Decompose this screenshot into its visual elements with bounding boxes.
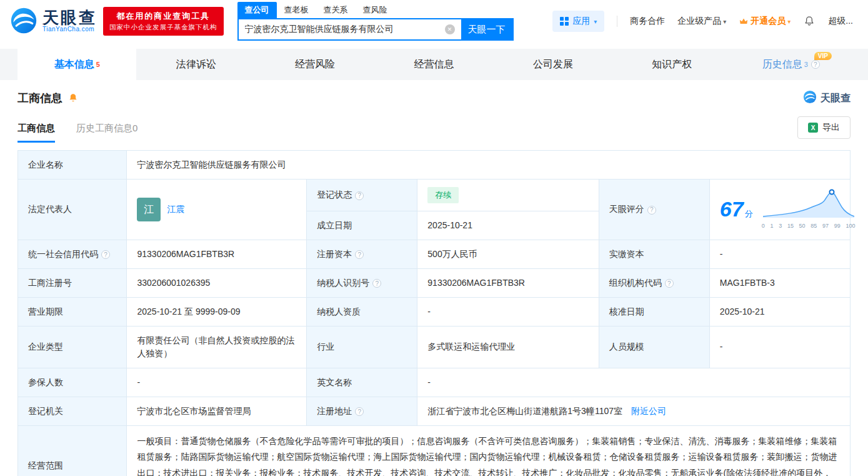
value-business-term: 2025-10-21 至 9999-09-09: [127, 297, 307, 326]
clear-search-icon[interactable]: ✕: [445, 24, 455, 34]
search-area: 查公司 查老板 查关系 查风险 ✕ 天眼一下: [237, 2, 514, 41]
value-paid-capital: -: [709, 240, 850, 268]
vip-badge: VIP: [814, 52, 832, 60]
value-reg-status: 存续: [417, 180, 599, 211]
search-tab-company[interactable]: 查公司: [237, 2, 277, 18]
help-icon[interactable]: ?: [355, 191, 364, 200]
help-icon[interactable]: ?: [101, 250, 110, 259]
score-number: 67: [720, 197, 744, 221]
value-approval-date: 2025-10-21: [709, 297, 850, 326]
row-legal-rep: 法定代表人 江 江震 登记状态? 存续 天眼评分?: [18, 180, 851, 211]
label-reg-number: 工商注册号: [18, 268, 127, 297]
label-business-term: 营业期限: [18, 297, 127, 326]
crown-icon: [739, 16, 749, 26]
tab-legal-proceedings[interactable]: 法律诉讼: [136, 49, 255, 80]
value-org-code: MAG1FBTB-3: [709, 268, 850, 297]
label-business-scope: 经营范围: [18, 425, 127, 476]
subtab-history-business-info[interactable]: 历史工商信息0: [76, 123, 137, 143]
tab-company-development[interactable]: 公司发展: [494, 49, 612, 80]
search-button[interactable]: 天眼一下: [461, 19, 512, 39]
search-tab-relation[interactable]: 查关系: [316, 2, 356, 18]
tianyancha-logo-icon: [10, 7, 37, 36]
tab-count-badge: 3: [804, 61, 808, 68]
sub-tabs: 工商信息 历史工商信息0 X 导出: [17, 116, 851, 143]
help-icon[interactable]: ?: [355, 407, 364, 416]
score-unit: 分: [745, 209, 753, 218]
value-taxpayer-quality: -: [417, 297, 599, 326]
main-content: 工商信息 天眼查 工商信息 历史工商信息0: [0, 80, 868, 476]
label-tyc-score: 天眼评分?: [599, 180, 709, 240]
label-reg-authority: 登记机关: [18, 397, 127, 425]
help-icon[interactable]: ?: [647, 206, 656, 215]
tab-operation-info[interactable]: 经营信息: [374, 49, 493, 80]
top-header: 天眼查 TianYanCha.com 都在用的商业查询工具 国家中小企业发展子基…: [0, 0, 868, 43]
enterprise-product-link[interactable]: 企业级产品 ▾: [677, 16, 726, 27]
help-icon[interactable]: ?: [355, 250, 364, 259]
row-business-term: 营业期限 2025-10-21 至 9999-09-09 纳税人资质 - 核准日…: [18, 297, 851, 326]
monitor-bell-icon[interactable]: [67, 93, 79, 104]
label-staff-size: 人员规模: [599, 326, 709, 368]
chevron-down-icon: ▾: [787, 18, 791, 25]
tab-history-info[interactable]: VIP 历史信息 3 ?: [732, 49, 851, 80]
apps-menu[interactable]: 应用 ▾: [552, 11, 604, 32]
tab-count-badge: 5: [96, 61, 100, 68]
row-credit-code: 统一社会信用代码? 91330206MAG1FBTB3R 注册资本? 500万人…: [18, 240, 851, 268]
value-establish-date: 2025-10-21: [417, 211, 599, 240]
value-credit-code: 91330206MAG1FBTB3R: [127, 240, 307, 268]
business-cooperation-link[interactable]: 商务合作: [630, 16, 665, 27]
value-reg-address: 浙江省宁波市北仑区梅山街道港航路1号3幢1107室 附近公司: [417, 397, 851, 425]
value-legal-rep: 江 江震: [127, 180, 307, 240]
top-right-nav: 应用 ▾ 商务合作 企业级产品 ▾ 开通会员 ▾ 超级...: [552, 11, 853, 32]
value-taxpayer-id: 91330206MAG1FBTB3R: [417, 268, 599, 297]
search-tab-risk[interactable]: 查风险: [356, 2, 395, 18]
notification-bell-icon[interactable]: [803, 15, 816, 28]
search-box: ✕ 天眼一下: [237, 18, 514, 41]
subtab-business-info[interactable]: 工商信息: [17, 123, 55, 143]
help-icon[interactable]: ?: [372, 279, 381, 288]
row-company-type: 企业类型 有限责任公司（非自然人投资或控股的法人独资） 行业 多式联运和运输代理…: [18, 326, 851, 368]
value-tyc-score: 67分 0131550859799100: [709, 180, 850, 240]
label-credit-code: 统一社会信用代码?: [18, 240, 127, 268]
search-tab-boss[interactable]: 查老板: [277, 2, 316, 18]
label-reg-status: 登记状态?: [307, 180, 417, 211]
tab-operation-risk[interactable]: 经营风险: [256, 49, 374, 80]
tab-intellectual-property[interactable]: 知识产权: [612, 49, 731, 80]
export-button[interactable]: X 导出: [797, 116, 851, 139]
label-company-name: 企业名称: [18, 151, 127, 180]
search-input[interactable]: [239, 24, 439, 34]
nearby-companies-link[interactable]: 附近公司: [631, 406, 666, 416]
help-icon[interactable]: ?: [665, 279, 674, 288]
row-reg-number: 工商注册号 330206001026395 纳税人识别号? 91330206MA…: [18, 268, 851, 297]
open-membership-link[interactable]: 开通会员 ▾: [739, 16, 791, 27]
label-english-name: 英文名称: [307, 368, 417, 397]
label-company-type: 企业类型: [18, 326, 127, 368]
legal-rep-avatar[interactable]: 江: [137, 198, 161, 221]
business-info-table: 企业名称 宁波密尔克卫智能供应链服务有限公司 法定代表人 江 江震 登记状态? …: [17, 150, 851, 476]
company-nav-tabs: 基本信息 5 法律诉讼 经营风险 经营信息 公司发展 知识产权 VIP 历史信息…: [0, 49, 868, 80]
tab-basic-info[interactable]: 基本信息 5: [17, 49, 136, 80]
section-title: 工商信息: [17, 91, 62, 106]
tianyancha-watermark-icon: [803, 90, 817, 106]
help-icon[interactable]: ?: [811, 60, 820, 69]
label-paid-capital: 实缴资本: [599, 240, 709, 268]
value-reg-authority: 宁波市北仑区市场监督管理局: [127, 397, 307, 425]
row-business-scope: 经营范围 一般项目：普通货物仓储服务（不含危险化学品等需许可审批的项目）；信息咨…: [18, 425, 851, 476]
chevron-down-icon: ▾: [723, 18, 726, 25]
score-distribution-chart: 0131550859799100: [762, 189, 856, 231]
chevron-down-icon: ▾: [594, 18, 597, 25]
legal-rep-link[interactable]: 江震: [167, 203, 184, 216]
promo-line2: 国家中小企业发展子基金旗下机构: [109, 23, 217, 32]
label-org-code: 组织机构代码?: [599, 268, 709, 297]
row-company-name: 企业名称 宁波密尔克卫智能供应链服务有限公司: [18, 151, 851, 180]
value-business-scope: 一般项目：普通货物仓储服务（不含危险化学品等需许可审批的项目）；信息咨询服务（不…: [127, 425, 851, 476]
tianyancha-logo[interactable]: 天眼查 TianYanCha.com: [10, 7, 97, 36]
promo-badge: 都在用的商业查询工具 国家中小企业发展子基金旗下机构: [103, 7, 224, 36]
label-insured-count: 参保人数: [18, 368, 127, 397]
label-reg-capital: 注册资本?: [307, 240, 417, 268]
label-industry: 行业: [307, 326, 417, 368]
super-vip-link[interactable]: 超级...: [828, 16, 853, 27]
label-establish-date: 成立日期: [307, 211, 417, 240]
apps-grid-icon: [560, 17, 569, 26]
label-approval-date: 核准日期: [599, 297, 709, 326]
apps-label: 应用: [572, 16, 590, 27]
